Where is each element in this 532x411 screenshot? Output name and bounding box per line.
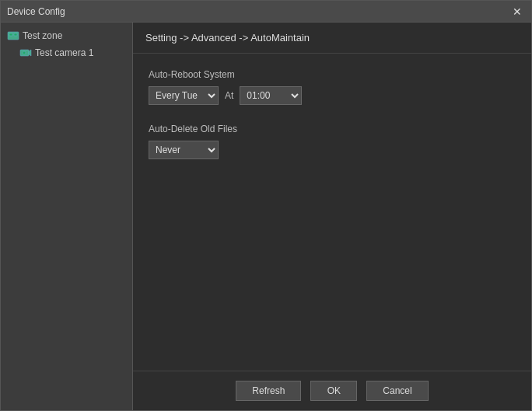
breadcrumb: Setting -> Advanced -> AutoMaintain (133, 23, 531, 54)
footer: Refresh OK Cancel (133, 371, 531, 410)
sidebar-item-camera-label: Test camera 1 (35, 47, 93, 58)
sidebar-item-test-zone[interactable]: Test zone (1, 27, 132, 44)
sidebar-item-test-camera[interactable]: Test camera 1 (1, 44, 132, 61)
sidebar: Test zone Test camera 1 (1, 23, 133, 410)
svg-point-5 (23, 51, 26, 54)
ok-button[interactable]: OK (310, 381, 357, 401)
reboot-day-select[interactable]: Every Tue Never Every Mon Every Wed Ever… (149, 86, 219, 105)
refresh-button[interactable]: Refresh (236, 381, 301, 401)
delete-section-label: Auto-Delete Old Files (149, 124, 516, 134)
delete-section: Auto-Delete Old Files Never 1 Day 2 Days… (149, 124, 516, 159)
svg-rect-2 (14, 33, 17, 36)
delete-select[interactable]: Never 1 Day 2 Days 3 Days 7 Days 14 Days… (149, 141, 219, 159)
reboot-section-label: Auto-Reboot System (149, 69, 516, 80)
reboot-row: Every Tue Never Every Mon Every Wed Ever… (149, 86, 516, 105)
reboot-time-select[interactable]: 01:00 00:00 02:00 03:00 04:00 05:00 06:0… (240, 86, 302, 105)
close-button[interactable]: ✕ (509, 4, 525, 19)
at-label: At (225, 90, 233, 101)
breadcrumb-text: Setting -> Advanced -> AutoMaintain (145, 32, 310, 44)
content-area: Test zone Test camera 1 Setting -> Advan… (1, 23, 531, 410)
form-area: Auto-Reboot System Every Tue Never Every… (133, 54, 531, 371)
svg-marker-4 (29, 50, 31, 56)
main-window: Device Config ✕ Test zone Test camera (0, 0, 532, 411)
sidebar-item-zone-label: Test zone (23, 30, 62, 41)
cancel-button[interactable]: Cancel (366, 381, 428, 401)
svg-rect-1 (9, 33, 12, 36)
window-title: Device Config (7, 6, 65, 17)
camera-icon (19, 47, 32, 59)
title-bar: Device Config ✕ (1, 1, 531, 23)
reboot-section: Auto-Reboot System Every Tue Never Every… (149, 69, 516, 105)
zone-icon (7, 30, 19, 42)
delete-row: Never 1 Day 2 Days 3 Days 7 Days 14 Days… (149, 141, 516, 159)
main-panel: Setting -> Advanced -> AutoMaintain Auto… (133, 23, 531, 410)
